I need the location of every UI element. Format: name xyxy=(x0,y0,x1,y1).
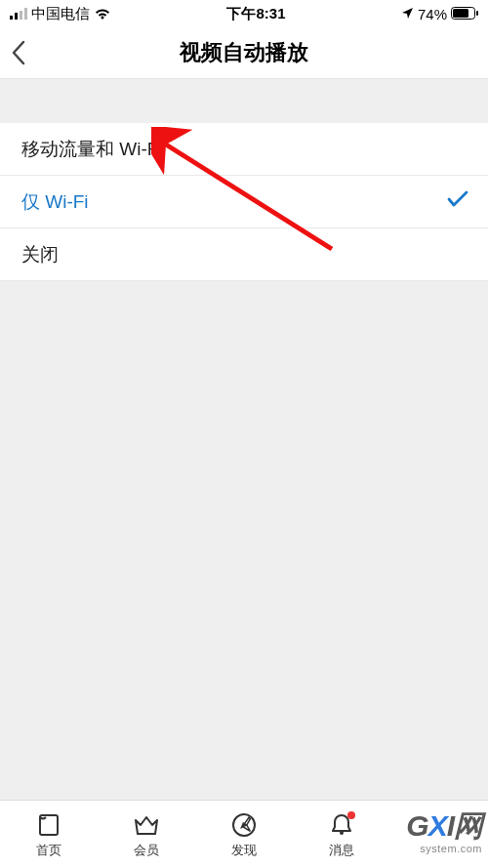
section-gap xyxy=(0,79,488,123)
svg-rect-5 xyxy=(453,9,468,18)
option-label: 仅 Wi-Fi xyxy=(21,189,89,215)
bell-icon xyxy=(327,810,356,840)
nav-bar: 视频自动播放 xyxy=(0,27,488,79)
option-off[interactable]: 关闭 xyxy=(0,228,488,281)
status-right: 74% xyxy=(401,6,478,22)
page-title: 视频自动播放 xyxy=(0,38,488,67)
tab-label: 发现 xyxy=(231,842,257,859)
crown-icon xyxy=(132,810,161,840)
check-icon xyxy=(447,190,468,213)
location-icon xyxy=(401,6,414,22)
content-background xyxy=(0,282,488,800)
tab-bar: 首页 会员 发现 消息 xyxy=(0,800,488,868)
carrier-label: 中国电信 xyxy=(31,5,90,23)
notification-dot-icon xyxy=(347,811,355,819)
status-bar: 中国电信 下午8:31 74% xyxy=(0,0,488,27)
tab-discover[interactable]: 发现 xyxy=(195,801,293,868)
tab-watermark-slot xyxy=(390,801,488,868)
svg-rect-3 xyxy=(24,8,27,20)
status-left: 中国电信 xyxy=(10,5,111,23)
compass-icon xyxy=(229,810,259,840)
option-label: 移动流量和 Wi-Fi xyxy=(21,137,163,162)
tab-label: 首页 xyxy=(36,842,61,859)
svg-rect-2 xyxy=(20,11,22,20)
svg-point-10 xyxy=(340,831,344,835)
status-time: 下午8:31 xyxy=(226,5,285,23)
option-wifi-only[interactable]: 仅 Wi-Fi xyxy=(0,176,488,228)
signal-icon xyxy=(10,6,27,22)
tab-label: 消息 xyxy=(329,842,354,859)
tab-vip[interactable]: 会员 xyxy=(98,801,195,868)
option-mobile-and-wifi[interactable]: 移动流量和 Wi-Fi xyxy=(0,123,488,176)
battery-icon xyxy=(451,6,478,22)
option-list: 移动流量和 Wi-Fi 仅 Wi-Fi 关闭 xyxy=(0,123,488,281)
home-icon xyxy=(34,810,63,840)
tab-messages[interactable]: 消息 xyxy=(293,801,390,868)
svg-rect-1 xyxy=(15,13,18,20)
svg-rect-6 xyxy=(476,11,478,16)
battery-label: 74% xyxy=(418,6,447,22)
wifi-icon xyxy=(94,6,111,22)
option-label: 关闭 xyxy=(21,242,59,268)
svg-rect-0 xyxy=(10,16,13,20)
tab-label: 会员 xyxy=(134,842,159,859)
back-button[interactable] xyxy=(10,39,27,66)
tab-home[interactable]: 首页 xyxy=(0,801,98,868)
